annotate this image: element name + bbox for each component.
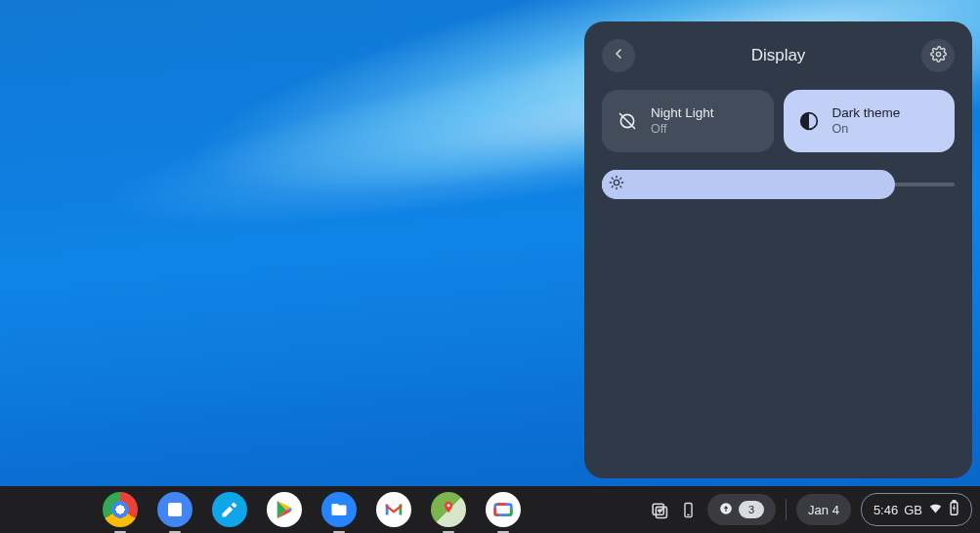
maps-app-icon[interactable] bbox=[431, 492, 466, 527]
wifi-icon bbox=[928, 501, 943, 518]
play-store-app-icon[interactable] bbox=[267, 492, 302, 527]
svg-rect-18 bbox=[495, 505, 512, 515]
night-light-label: Night Light bbox=[651, 105, 714, 122]
date-pill[interactable]: Jan 4 bbox=[796, 494, 851, 525]
svg-line-7 bbox=[612, 178, 613, 179]
shelf-divider bbox=[786, 499, 787, 520]
docs-app-icon[interactable] bbox=[157, 492, 192, 527]
settings-button[interactable] bbox=[921, 39, 955, 72]
night-light-tile[interactable]: Night Light Off bbox=[602, 90, 774, 152]
notification-up-icon bbox=[719, 502, 733, 518]
desktop-wallpaper: Display Night Light Off bbox=[0, 0, 980, 533]
brightness-icon bbox=[609, 175, 624, 194]
phone-hub-tray-icon[interactable] bbox=[678, 500, 698, 519]
status-pill[interactable]: 5:46 GB bbox=[861, 493, 972, 526]
back-button[interactable] bbox=[602, 39, 635, 72]
display-panel: Display Night Light Off bbox=[584, 21, 972, 478]
gmail-app-icon[interactable] bbox=[376, 492, 411, 527]
svg-point-15 bbox=[447, 504, 450, 507]
svg-line-12 bbox=[620, 178, 621, 179]
svg-rect-17 bbox=[495, 505, 512, 515]
video-app-icon[interactable] bbox=[486, 492, 521, 527]
dark-theme-state: On bbox=[832, 122, 901, 138]
files-app-icon[interactable] bbox=[321, 492, 357, 527]
shelf-status-area: 3 Jan 4 5:46 GB bbox=[649, 493, 972, 526]
slider-fill bbox=[602, 170, 895, 199]
svg-point-0 bbox=[936, 52, 940, 56]
shelf-apps bbox=[103, 492, 521, 527]
svg-rect-16 bbox=[495, 505, 512, 515]
date-text: Jan 4 bbox=[808, 503, 839, 517]
slider-knob[interactable] bbox=[602, 170, 631, 199]
dark-theme-tile[interactable]: Dark theme On bbox=[784, 90, 956, 152]
svg-line-11 bbox=[612, 186, 613, 187]
svg-rect-20 bbox=[656, 507, 666, 517]
shelf: 3 Jan 4 5:46 GB bbox=[0, 486, 980, 533]
svg-rect-25 bbox=[953, 501, 956, 503]
paint-app-icon[interactable] bbox=[212, 492, 247, 527]
contrast-icon bbox=[799, 111, 819, 131]
dark-theme-label: Dark theme bbox=[832, 105, 901, 122]
chrome-app-icon[interactable] bbox=[103, 492, 138, 527]
chevron-left-icon bbox=[611, 46, 626, 65]
svg-point-4 bbox=[614, 180, 618, 184]
night-light-state: Off bbox=[651, 122, 714, 138]
panel-title: Display bbox=[635, 46, 921, 65]
time-text: 5:46 bbox=[873, 503, 898, 517]
notification-count: 3 bbox=[739, 501, 764, 518]
battery-icon bbox=[949, 500, 959, 519]
locale-text: GB bbox=[904, 503, 922, 517]
screenshot-tray-icon[interactable] bbox=[649, 500, 668, 519]
brightness-slider[interactable] bbox=[602, 170, 955, 199]
svg-line-8 bbox=[620, 186, 621, 187]
night-light-off-icon bbox=[618, 111, 637, 131]
gear-icon bbox=[930, 46, 947, 66]
notification-pill[interactable]: 3 bbox=[707, 494, 776, 525]
